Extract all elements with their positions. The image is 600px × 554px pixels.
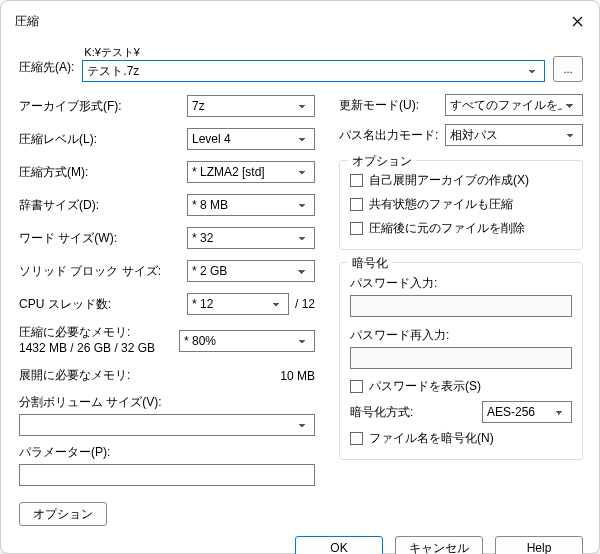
encryption-group: 暗号化 パスワード入力: パスワード再入力: パスワードを表示(S) 暗号化方式… (339, 262, 583, 460)
dialog-title: 圧縮 (15, 13, 39, 30)
row-update: 更新モード(U): すべてのファイルを上書き (339, 94, 583, 116)
param-input[interactable] (19, 464, 315, 486)
options-group-title: オプション (348, 153, 416, 170)
dict-select[interactable]: * 8 MB (187, 194, 315, 216)
method-label: 圧縮方式(M): (19, 164, 187, 181)
dict-label: 辞書サイズ(D): (19, 197, 187, 214)
shared-label: 共有状態のファイルも圧縮 (369, 196, 513, 213)
row-level: 圧縮レベル(L): Level 4 (19, 127, 315, 151)
update-label: 更新モード(U): (339, 97, 445, 114)
unpack-label: 展開に必要なメモリ: (19, 367, 130, 384)
delete-checkbox[interactable] (350, 222, 363, 235)
sfx-row[interactable]: 自己展開アーカイブの作成(X) (350, 171, 572, 189)
ok-button[interactable]: OK (295, 536, 383, 554)
solid-select[interactable]: * 2 GB (187, 260, 315, 282)
row-method: 圧縮方式(M): * LZMA2 [std] (19, 160, 315, 184)
enc-method-label: 暗号化方式: (350, 404, 482, 421)
param-label: パラメーター(P): (19, 444, 315, 461)
row-word: ワード サイズ(W): * 32 (19, 226, 315, 250)
password2-input[interactable] (350, 347, 572, 369)
titlebar: 圧縮 (1, 1, 599, 39)
update-select[interactable]: すべてのファイルを上書き (445, 94, 583, 116)
close-button[interactable] (565, 9, 589, 33)
archive-path-select[interactable]: テスト.7z (82, 60, 545, 82)
options-button[interactable]: オプション (19, 502, 107, 526)
encnames-label: ファイル名を暗号化(N) (369, 430, 494, 447)
password-label: パスワード入力: (350, 275, 572, 292)
encnames-row[interactable]: ファイル名を暗号化(N) (350, 429, 572, 447)
format-select[interactable]: 7z (187, 95, 315, 117)
row-unpack: 展開に必要なメモリ: 10 MB (19, 367, 315, 384)
pathmode-label: パス名出力モード: (339, 127, 445, 144)
sfx-label: 自己展開アーカイブの作成(X) (369, 172, 529, 189)
options-group: オプション 自己展開アーカイブの作成(X) 共有状態のファイルも圧縮 圧縮後に元… (339, 160, 583, 250)
row-dict: 辞書サイズ(D): * 8 MB (19, 193, 315, 217)
delete-row[interactable]: 圧縮後に元のファイルを削除 (350, 219, 572, 237)
content-area: 圧縮先(A): K:¥テスト¥ テスト.7z ... アーカイブ形式(F): 7… (1, 39, 599, 526)
mem-label: 圧縮に必要なメモリ: 1432 MB / 26 GB / 32 GB (19, 325, 179, 356)
browse-button[interactable]: ... (553, 56, 583, 82)
help-button[interactable]: Help (495, 536, 583, 554)
cpu-select[interactable]: * 12 (187, 293, 289, 315)
word-select[interactable]: * 32 (187, 227, 315, 249)
word-label: ワード サイズ(W): (19, 230, 187, 247)
row-pathmode: パス名出力モード: 相対パス (339, 124, 583, 146)
enc-method-select[interactable]: AES-256 (482, 401, 572, 423)
archive-stack: K:¥テスト¥ テスト.7z (82, 45, 545, 82)
shared-checkbox[interactable] (350, 198, 363, 211)
row-cpu: CPU スレッド数: * 12 / 12 (19, 292, 315, 316)
showpw-checkbox[interactable] (350, 380, 363, 393)
password-input[interactable] (350, 295, 572, 317)
encryption-group-title: 暗号化 (348, 255, 392, 272)
archive-row: 圧縮先(A): K:¥テスト¥ テスト.7z ... (19, 45, 583, 82)
unpack-value: 10 MB (280, 369, 315, 383)
cpu-label: CPU スレッド数: (19, 296, 187, 313)
row-solid: ソリッド ブロック サイズ: * 2 GB (19, 259, 315, 283)
method-select[interactable]: * LZMA2 [std] (187, 161, 315, 183)
showpw-label: パスワードを表示(S) (369, 378, 481, 395)
shared-row[interactable]: 共有状態のファイルも圧縮 (350, 195, 572, 213)
right-column: 更新モード(U): すべてのファイルを上書き パス名出力モード: 相対パス オプ… (339, 94, 583, 526)
level-select[interactable]: Level 4 (187, 128, 315, 150)
solid-label: ソリッド ブロック サイズ: (19, 263, 187, 280)
compress-dialog: 圧縮 圧縮先(A): K:¥テスト¥ テスト.7z ... アーカイブ形式(F)… (0, 0, 600, 554)
cpu-total: / 12 (295, 297, 315, 311)
delete-label: 圧縮後に元のファイルを削除 (369, 220, 525, 237)
archive-label: 圧縮先(A): (19, 59, 74, 82)
pathmode-select[interactable]: 相対パス (445, 124, 583, 146)
mem-select[interactable]: * 80% (179, 330, 315, 352)
password2-label: パスワード再入力: (350, 327, 572, 344)
showpw-row[interactable]: パスワードを表示(S) (350, 377, 572, 395)
row-mem: 圧縮に必要なメモリ: 1432 MB / 26 GB / 32 GB * 80% (19, 325, 315, 356)
footer: OK キャンセル Help (1, 526, 599, 554)
enc-method-row: 暗号化方式: AES-256 (350, 401, 572, 423)
split-select[interactable] (19, 414, 315, 436)
columns: アーカイブ形式(F): 7z 圧縮レベル(L): Level 4 圧縮方式(M)… (19, 94, 583, 526)
format-label: アーカイブ形式(F): (19, 98, 187, 115)
row-format: アーカイブ形式(F): 7z (19, 94, 315, 118)
level-label: 圧縮レベル(L): (19, 131, 187, 148)
sfx-checkbox[interactable] (350, 174, 363, 187)
cancel-button[interactable]: キャンセル (395, 536, 483, 554)
encnames-checkbox[interactable] (350, 432, 363, 445)
split-label: 分割ボリューム サイズ(V): (19, 394, 315, 411)
left-column: アーカイブ形式(F): 7z 圧縮レベル(L): Level 4 圧縮方式(M)… (19, 94, 315, 526)
archive-path-prefix: K:¥テスト¥ (82, 45, 545, 60)
